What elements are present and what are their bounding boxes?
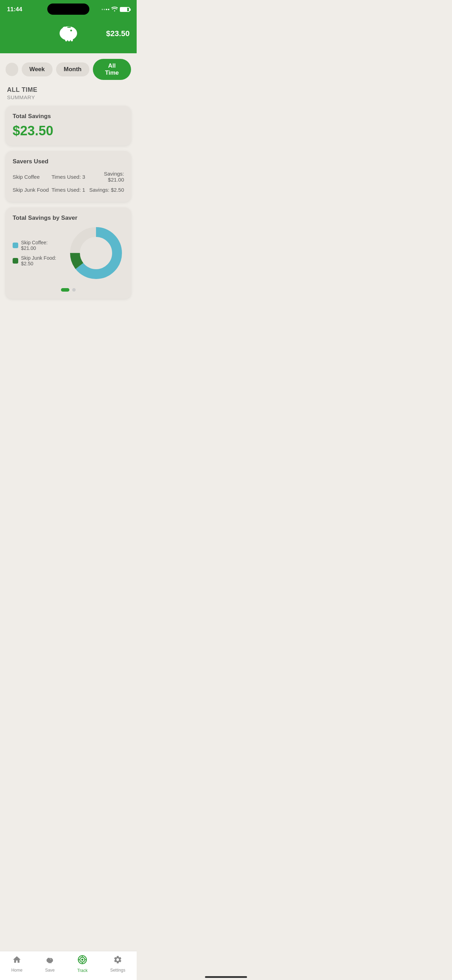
legend-dot-coffee	[13, 243, 18, 248]
page-dot-1	[61, 288, 69, 292]
section-subtitle: SUMMARY	[7, 94, 130, 100]
legend-dot-junkfood	[13, 258, 18, 264]
saver-savings-1: Savings: $21.00	[87, 171, 124, 183]
svg-point-1	[60, 29, 66, 33]
chart-card: Total Savings by Saver Skip Coffee: $21.…	[6, 207, 131, 299]
main-content: Week Month All Time ALL TIME SUMMARY Tot…	[0, 53, 137, 330]
savers-used-title: Savers Used	[13, 158, 124, 165]
piggy-bank-icon	[56, 21, 81, 46]
saver-name-2: Skip Junk Food	[13, 187, 50, 193]
total-savings-card: Total Savings $23.50	[6, 106, 131, 145]
savers-used-card: Savers Used Skip Coffee Times Used: 3 Sa…	[6, 151, 131, 202]
tab-month[interactable]: Month	[56, 62, 89, 76]
saver-savings-2: Savings: $2.50	[87, 187, 124, 193]
app-header: $23.50	[0, 18, 137, 53]
notch	[47, 3, 89, 15]
saver-name-1: Skip Coffee	[13, 174, 50, 180]
svg-point-12	[82, 239, 110, 267]
donut-chart	[68, 225, 124, 281]
svg-point-4	[63, 27, 67, 29]
section-title: ALL TIME	[7, 86, 130, 94]
svg-point-3	[70, 30, 72, 32]
saver-times-1: Times Used: 3	[50, 174, 87, 180]
svg-rect-5	[67, 27, 71, 28]
legend-item-junkfood: Skip Junk Food: $2.50	[13, 255, 61, 266]
chart-title: Total Savings by Saver	[13, 215, 124, 221]
table-row: Skip Junk Food Times Used: 1 Savings: $2…	[13, 185, 124, 195]
status-time: 11:44	[7, 6, 22, 13]
saver-times-2: Times Used: 1	[50, 187, 87, 193]
svg-point-2	[72, 32, 77, 36]
total-savings-value: $23.50	[13, 123, 124, 138]
pagination-dots	[13, 288, 124, 292]
svg-rect-6	[65, 38, 67, 41]
tab-left-partial	[6, 63, 18, 76]
chart-legend: Skip Coffee: $21.00 Skip Junk Food: $2.5…	[13, 240, 61, 266]
legend-item-coffee: Skip Coffee: $21.00	[13, 240, 61, 251]
legend-label-coffee: Skip Coffee: $21.00	[21, 240, 61, 251]
page-dot-2	[72, 288, 76, 292]
svg-rect-7	[68, 38, 70, 41]
cards-container: Total Savings $23.50 Savers Used Skip Co…	[0, 106, 137, 299]
svg-rect-8	[71, 38, 73, 41]
tab-selector: Week Month All Time	[0, 53, 137, 83]
status-bar: 11:44	[0, 0, 137, 18]
signal-icon	[102, 9, 109, 10]
section-header: ALL TIME SUMMARY	[0, 83, 137, 106]
savers-table: Skip Coffee Times Used: 3 Savings: $21.0…	[13, 169, 124, 195]
header-balance: $23.50	[106, 29, 130, 38]
tab-all-time[interactable]: All Time	[93, 59, 131, 80]
chart-section: Skip Coffee: $21.00 Skip Junk Food: $2.5…	[13, 225, 124, 281]
status-icons	[102, 7, 130, 13]
legend-label-junkfood: Skip Junk Food: $2.50	[21, 255, 61, 266]
total-savings-title: Total Savings	[13, 113, 124, 120]
donut-chart-container	[68, 225, 124, 281]
wifi-icon	[111, 7, 118, 13]
battery-icon	[120, 7, 130, 12]
tab-week[interactable]: Week	[22, 62, 53, 76]
table-row: Skip Coffee Times Used: 3 Savings: $21.0…	[13, 169, 124, 185]
